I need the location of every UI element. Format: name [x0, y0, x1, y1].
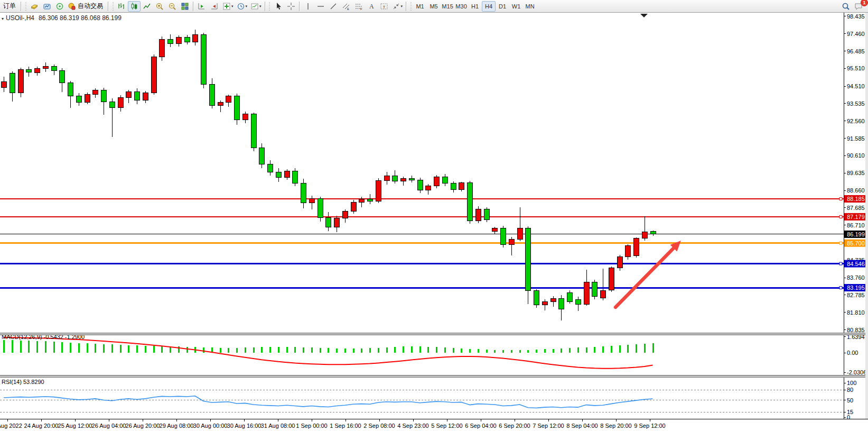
level-line-handle[interactable] — [839, 198, 842, 200]
price-axis-tick-label: 94.510 — [847, 83, 865, 89]
horizontal-line-button[interactable] — [314, 1, 327, 12]
auto-scroll-icon — [198, 2, 206, 11]
market-watch-button[interactable] — [28, 1, 41, 12]
time-axis-label: 1 Sep 00:00 — [296, 423, 327, 429]
chat-notification-badge: 1 — [861, 0, 868, 6]
toolbar-grip[interactable] — [409, 2, 412, 11]
chevron-down-icon[interactable]: ▾ — [401, 4, 403, 8]
data-window-button[interactable] — [41, 1, 53, 12]
zoom-in-icon — [155, 2, 164, 11]
svg-text:F: F — [360, 7, 362, 11]
timeframe-m1-button[interactable]: M1 — [413, 1, 427, 12]
line-chart-icon — [143, 2, 151, 11]
price-axis-tick-label: 88.660 — [847, 187, 865, 194]
price-axis-tick-label: 97.460 — [847, 31, 865, 37]
cursor-icon — [274, 2, 283, 11]
svg-text:T: T — [382, 4, 385, 9]
price-level-badge-label: 84.546 — [847, 261, 865, 267]
time-axis-label: 6 Sep 20:00 — [499, 423, 530, 429]
fibonacci-button[interactable]: F — [352, 1, 365, 12]
chart-shift-button[interactable] — [208, 1, 221, 12]
toolbar-separator — [299, 2, 300, 11]
time-axis-label: 30 Aug 16:00 — [227, 423, 262, 429]
autotrading-label: 自动交易 — [76, 2, 105, 11]
timeframe-mn-button[interactable]: MN — [523, 1, 537, 12]
toolbar-grip[interactable] — [24, 2, 27, 11]
cursor-button[interactable] — [272, 1, 285, 12]
chart-canvas[interactable]: MACD(12,26,9) -0.5432 -1.2900RSI(14) 53.… — [0, 0, 868, 431]
arrows-button[interactable]: ▾ — [390, 1, 405, 12]
price-axis-tick-label: 86.710 — [847, 222, 865, 228]
chevron-down-icon[interactable]: ▾ — [231, 4, 234, 8]
crosshair-button[interactable] — [285, 1, 297, 12]
candlestick-button[interactable] — [128, 1, 141, 12]
tile-windows-button[interactable] — [179, 1, 191, 12]
price-level-badge-label: 85.700 — [847, 240, 865, 246]
toolbar-separator — [108, 2, 109, 11]
auto-scroll-button[interactable] — [195, 1, 208, 12]
level-line-handle[interactable] — [839, 262, 842, 265]
periods-icon — [237, 2, 245, 11]
timeframe-w1-button[interactable]: W1 — [509, 1, 523, 12]
level-line-handle[interactable] — [839, 287, 842, 289]
toolbar-grip[interactable] — [111, 2, 114, 11]
order-button[interactable]: 订单 — [0, 1, 19, 12]
timeframe-d1-button[interactable]: D1 — [496, 1, 509, 12]
text-label-button[interactable]: T — [378, 1, 390, 12]
rsi-label: RSI(14) 53.8290 — [2, 379, 44, 385]
tile-windows-icon — [181, 2, 189, 11]
signals-button[interactable] — [53, 1, 66, 12]
arrows-icon — [392, 2, 400, 11]
timeframe-m15-button[interactable]: M15 — [441, 1, 454, 12]
time-axis-label: 8 Sep 20:00 — [600, 423, 631, 429]
price-axis-tick-label: 98.435 — [847, 13, 865, 20]
timeframe-h4-button[interactable]: H4 — [482, 1, 496, 12]
text-button[interactable]: A — [365, 1, 378, 12]
toolbar-grip[interactable] — [268, 2, 271, 11]
rsi-axis-label: 100 — [847, 380, 856, 386]
symbol-collapse-icon[interactable]: ▾ — [2, 16, 4, 21]
bar-chart-icon — [117, 2, 126, 11]
chat-button[interactable]: 1 — [852, 1, 865, 12]
templates-button[interactable]: ▾ — [249, 1, 263, 12]
trendline-button[interactable] — [327, 1, 340, 12]
rsi-axis-label: 80 — [847, 387, 853, 393]
bar-chart-button[interactable] — [115, 1, 128, 12]
level-line-handle[interactable] — [839, 215, 842, 218]
price-axis-tick-label: 91.585 — [847, 135, 865, 142]
fibonacci-icon: F — [354, 2, 363, 11]
price-axis-tick-label: 93.535 — [847, 100, 865, 107]
templates-icon — [250, 2, 259, 11]
search-icon — [842, 2, 850, 11]
time-axis-label: 31 Aug 08:00 — [261, 423, 295, 429]
time-axis-label: 29 Aug 08:00 — [160, 423, 194, 429]
price-axis-tick-label: 83.760 — [847, 274, 865, 281]
timeframe-h1-button[interactable]: H1 — [468, 1, 482, 12]
time-axis-label: 4 Aug 2022 — [0, 423, 22, 429]
price-axis-tick-label: 92.560 — [847, 118, 865, 124]
time-axis-label: 26 Aug 04:00 — [92, 423, 126, 429]
search-button[interactable] — [839, 1, 852, 12]
rsi-axis-label: 0 — [847, 414, 850, 420]
periods-button[interactable]: ▾ — [235, 1, 249, 12]
zoom-in-button[interactable] — [153, 1, 166, 12]
zoom-out-button[interactable] — [166, 1, 179, 12]
chevron-down-icon[interactable]: ▾ — [259, 4, 262, 8]
indicators-button[interactable]: ▾ — [221, 1, 235, 12]
autotrading-button[interactable]: 自动交易 — [66, 1, 106, 12]
signals-icon — [55, 2, 64, 11]
price-axis-tick-label: 96.485 — [847, 48, 865, 54]
chevron-down-icon[interactable]: ▾ — [246, 4, 248, 8]
price-level-badge-label: 86.199 — [847, 231, 865, 237]
vertical-line-button[interactable] — [302, 1, 314, 12]
price-level-badge-label: 88.185 — [847, 196, 865, 202]
timeframe-m5-button[interactable]: M5 — [427, 1, 441, 12]
line-chart-button[interactable] — [141, 1, 153, 12]
level-line-handle[interactable] — [839, 242, 842, 244]
price-axis-tick-label: 80.835 — [847, 327, 865, 333]
time-axis-label: 30 Aug 00:00 — [193, 423, 228, 429]
toolbar-separator — [406, 2, 407, 11]
equidistant-channel-button[interactable]: E — [340, 1, 352, 12]
time-axis-label: 1 Sep 16:00 — [330, 423, 361, 429]
timeframe-m30-button[interactable]: M30 — [454, 1, 468, 12]
